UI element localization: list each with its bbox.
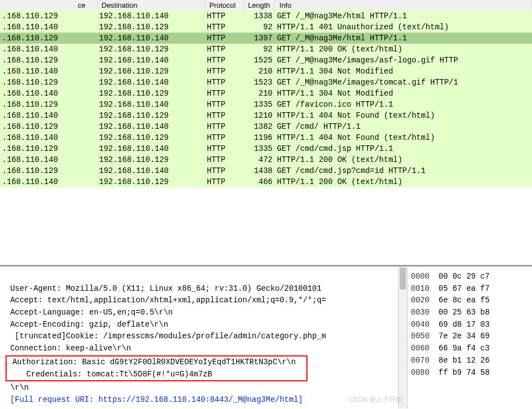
detail-line: Accept: text/html,application/xhtml+xml,… [6, 296, 326, 305]
hex-row[interactable]: 00708e b1 12 26 [411, 355, 529, 367]
hex-offset: 0010 [411, 283, 439, 295]
hex-bytes: 00 0c 29 c7 [439, 271, 529, 283]
packet-cell-proto: HTTP [205, 99, 243, 110]
packet-cell-proto: HTTP [205, 66, 243, 77]
packet-cell-dst: 192.168.110.140 [97, 121, 205, 132]
hex-row[interactable]: 00507e 2e 34 69 [411, 331, 529, 343]
hex-row[interactable]: 001005 67 ea f7 [411, 283, 529, 295]
packet-cell-len: 1397 [243, 33, 275, 44]
packet-cell-len: 1382 [243, 121, 275, 132]
packet-row[interactable]: .168.110.140192.168.110.129HTTP210HTTP/1… [0, 66, 532, 77]
packet-row[interactable]: .168.110.129192.168.110.140HTTP1335GET /… [0, 99, 532, 110]
packet-cell-dst: 192.168.110.129 [97, 132, 205, 143]
bottom-panels: User-Agent: Mozilla/5.0 (X11; Linux x86_… [0, 265, 532, 408]
packet-cell-dst: 192.168.110.129 [97, 154, 205, 165]
packet-cell-proto: HTTP [205, 121, 243, 132]
packet-row[interactable]: .168.110.129192.168.110.140HTTP1525GET /… [0, 55, 532, 66]
hex-row[interactable]: 006066 9a f4 c3 [411, 343, 529, 355]
packet-row[interactable]: .168.110.129192.168.110.140HTTP1438GET /… [0, 165, 532, 176]
packet-cell-info: HTTP/1.1 200 OK (text/html) [275, 154, 532, 165]
col-source-header[interactable]: ce [0, 0, 97, 11]
packet-cell-src: .168.110.129 [0, 33, 97, 44]
packet-cell-src: .168.110.129 [0, 11, 97, 22]
packet-cell-len: 1335 [243, 99, 275, 110]
packet-cell-len: 1525 [243, 55, 275, 66]
packet-row[interactable]: .168.110.129192.168.110.140HTTP1397GET /… [0, 33, 532, 44]
packet-cell-proto: HTTP [205, 110, 243, 121]
packet-list-panel: ce Destination Protocol Length Info .168… [0, 0, 532, 265]
packet-cell-proto: HTTP [205, 132, 243, 143]
hex-dump-panel[interactable]: 000000 0c 29 c7 001005 67 ea f7 00206e 8… [408, 266, 532, 408]
packet-details-panel[interactable]: User-Agent: Mozilla/5.0 (X11; Linux x86_… [0, 266, 408, 408]
packet-cell-len: 1335 [243, 143, 275, 154]
packet-row[interactable]: .168.110.129192.168.110.140HTTP1523GET /… [0, 77, 532, 88]
packet-cell-src: .168.110.129 [0, 143, 97, 154]
packet-cell-dst: 192.168.110.129 [97, 110, 205, 121]
packet-cell-len: 92 [243, 44, 275, 55]
hex-row[interactable]: 004069 d8 17 03 [411, 319, 529, 331]
packet-cell-src: .168.110.140 [0, 88, 97, 99]
packet-cell-info: GET /_M@nag3Me/images/asf-logo.gif HTTP [275, 55, 532, 66]
packet-cell-dst: 192.168.110.129 [97, 44, 205, 55]
packet-row[interactable]: .168.110.129192.168.110.140HTTP1382GET /… [0, 121, 532, 132]
hex-offset: 0040 [411, 319, 439, 331]
packet-row[interactable]: .168.110.140192.168.110.129HTTP210HTTP/1… [0, 88, 532, 99]
packet-cell-proto: HTTP [205, 154, 243, 165]
col-info-header[interactable]: Info [275, 0, 532, 11]
scrollbar-thumb[interactable] [400, 268, 406, 290]
packet-row[interactable]: .168.110.140192.168.110.129HTTP92HTTP/1.… [0, 22, 532, 33]
detail-line: User-Agent: Mozilla/5.0 (X11; Linux x86_… [6, 284, 326, 293]
packet-cell-src: .168.110.129 [0, 77, 97, 88]
packet-cell-info: HTTP/1.1 200 OK (text/html) [275, 44, 532, 55]
packet-cell-src: .168.110.140 [0, 154, 97, 165]
packet-cell-dst: 192.168.110.140 [97, 143, 205, 154]
hex-row[interactable]: 000000 0c 29 c7 [411, 271, 529, 283]
hex-row[interactable]: 00206e 8c ea f5 [411, 295, 529, 307]
packet-table[interactable]: ce Destination Protocol Length Info .168… [0, 0, 532, 187]
packet-cell-proto: HTTP [205, 55, 243, 66]
hex-offset: 0080 [411, 367, 439, 379]
packet-cell-len: 466 [243, 176, 275, 187]
packet-row[interactable]: .168.110.140192.168.110.129HTTP1196HTTP/… [0, 132, 532, 143]
col-length-header[interactable]: Length [243, 0, 275, 11]
packet-cell-dst: 192.168.110.140 [97, 99, 205, 110]
packet-cell-src: .168.110.129 [0, 99, 97, 110]
packet-cell-info: GET /_M@nag3Me/images/tomcat.gif HTTP/1 [275, 77, 532, 88]
col-destination-header[interactable]: Destination [97, 0, 205, 11]
packet-cell-dst: 192.168.110.129 [97, 176, 205, 187]
packet-cell-dst: 192.168.110.140 [97, 165, 205, 176]
hex-row[interactable]: 0080ff b9 74 58 [411, 367, 529, 379]
packet-cell-info: HTTP/1.1 401 Unauthorized (text/html) [275, 22, 532, 33]
hex-bytes: 66 9a f4 c3 [439, 343, 529, 355]
packet-cell-src: .168.110.140 [0, 132, 97, 143]
hex-bytes: 8e b1 12 26 [439, 355, 529, 367]
packet-row[interactable]: .168.110.140192.168.110.129HTTP92HTTP/1.… [0, 44, 532, 55]
packet-row[interactable]: .168.110.140192.168.110.129HTTP1210HTTP/… [0, 110, 532, 121]
header-row[interactable]: ce Destination Protocol Length Info [0, 0, 532, 11]
hex-offset: 0030 [411, 307, 439, 319]
packet-cell-proto: HTTP [205, 11, 243, 22]
packet-row[interactable]: .168.110.140192.168.110.129HTTP466HTTP/1… [0, 176, 532, 187]
packet-cell-proto: HTTP [205, 88, 243, 99]
packet-cell-dst: 192.168.110.140 [97, 11, 205, 22]
hex-bytes: 7e 2e 34 69 [439, 331, 529, 343]
hex-bytes: 69 d8 17 03 [439, 319, 529, 331]
detail-line: Accept-Encoding: gzip, deflate\r\n [6, 320, 168, 329]
packet-cell-dst: 192.168.110.129 [97, 66, 205, 77]
packet-cell-len: 1523 [243, 77, 275, 88]
packet-row[interactable]: .168.110.140192.168.110.129HTTP472HTTP/1… [0, 154, 532, 165]
full-request-uri-line: [Full request URI: https://192.168.110.1… [6, 395, 303, 404]
packet-cell-src: .168.110.129 [0, 121, 97, 132]
packet-cell-len: 1196 [243, 132, 275, 143]
packet-row[interactable]: .168.110.129192.168.110.140HTTP1335GET /… [0, 143, 532, 154]
packet-row[interactable]: .168.110.129192.168.110.140HTTP1338GET /… [0, 11, 532, 22]
packet-cell-proto: HTTP [205, 44, 243, 55]
packet-cell-info: GET /cmd/cmd.jsp?cmd=id HTTP/1.1 [275, 165, 532, 176]
hex-row[interactable]: 003000 25 63 b8 [411, 307, 529, 319]
col-protocol-header[interactable]: Protocol [205, 0, 243, 11]
packet-cell-src: .168.110.140 [0, 110, 97, 121]
packet-cell-src: .168.110.129 [0, 165, 97, 176]
details-scrollbar[interactable] [398, 266, 407, 408]
packet-cell-dst: 192.168.110.140 [97, 77, 205, 88]
packet-cell-info: HTTP/1.1 304 Not Modified [275, 66, 532, 77]
